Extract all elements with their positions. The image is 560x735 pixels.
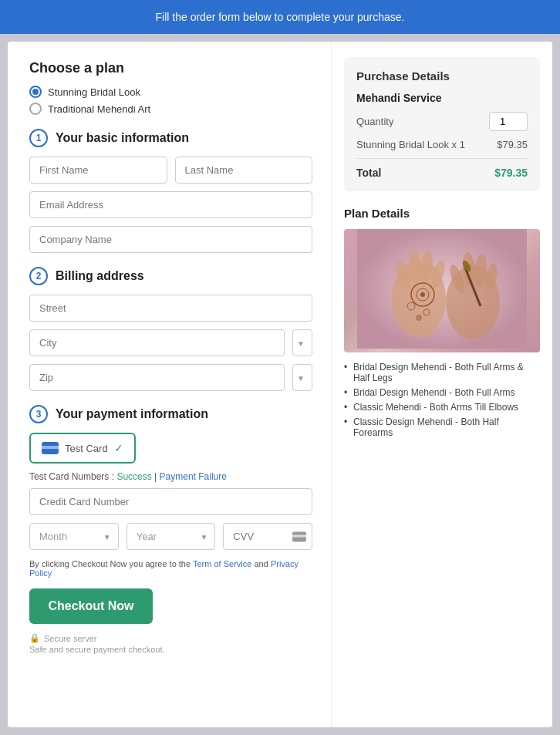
safe-payment-line: Safe and secure payment checkout. [29, 645, 312, 654]
test-card-info: Test Card Numbers : Success | Payment Fa… [29, 471, 312, 482]
plan-features: Bridal Design Mehendi - Both Full Arms &… [344, 362, 540, 438]
credit-card-input[interactable] [29, 488, 312, 515]
item-label: Stunning Bridal Look x 1 [356, 139, 465, 150]
quantity-row: Quantity [356, 112, 528, 131]
credit-card-row [29, 488, 312, 515]
checkout-button[interactable]: Checkout Now [29, 588, 153, 624]
choose-plan-title: Choose a plan [29, 60, 312, 76]
total-row: Total $79.35 [356, 167, 528, 179]
card-icon [42, 442, 59, 454]
terms-of-service-link[interactable]: Term of Service [193, 559, 251, 568]
month-select[interactable]: Month 010203 040506 070809 101112 [29, 523, 119, 550]
step1-header: 1 Your basic information [29, 129, 312, 147]
failure-link[interactable]: Payment Failure [160, 471, 227, 482]
email-input[interactable] [29, 191, 312, 218]
last-name-input[interactable] [175, 157, 313, 184]
plan-option-bridal[interactable]: Stunning Bridal Look [29, 86, 312, 98]
purchase-box: Purchase Details Mehandi Service Quantit… [344, 57, 540, 191]
year-select[interactable]: Year 202420252026 202720282029 [127, 523, 216, 550]
secure-info: 🔒 Secure server Safe and secure payment … [29, 633, 312, 654]
state-wrapper: - [292, 364, 312, 391]
month-wrapper: Month 010203 040506 070809 101112 [29, 523, 119, 550]
cvv-wrapper [223, 523, 312, 550]
card-button-label: Test Card [65, 443, 108, 454]
terms-middle: and [254, 559, 268, 568]
radio-traditional[interactable] [29, 103, 42, 115]
city-input[interactable] [29, 329, 285, 356]
total-label: Total [356, 167, 381, 179]
step2-label: Billing address [56, 269, 144, 283]
quantity-input[interactable] [489, 112, 528, 131]
name-row [29, 157, 312, 184]
right-panel: Purchase Details Mehandi Service Quantit… [332, 42, 552, 727]
top-banner: Fill the order form below to complete yo… [0, 0, 560, 34]
step2-circle: 2 [29, 267, 48, 285]
zip-state-row: - [29, 364, 312, 391]
safe-payment-label: Safe and secure payment checkout. [29, 645, 165, 654]
plan-details-title: Plan Details [344, 207, 540, 220]
plan-image [344, 229, 540, 352]
check-icon: ✓ [114, 442, 123, 454]
state-select[interactable]: - [292, 364, 312, 391]
feature-1: Bridal Design Mehendi - Both Full Arms &… [344, 362, 540, 383]
svg-point-18 [416, 315, 422, 321]
feature-2: Bridal Design Mehendi - Both Full Arms [344, 387, 540, 398]
step3-label: Your payment information [56, 407, 208, 421]
radio-bridal[interactable] [29, 86, 42, 98]
price-row: Stunning Bridal Look x 1 $79.35 [356, 139, 528, 159]
secure-server-label: Secure server [44, 634, 96, 643]
lock-icon: 🔒 [29, 633, 40, 643]
zip-input[interactable] [29, 364, 285, 391]
step1-label: Your basic information [56, 131, 189, 145]
test-card-label: Test Card Numbers : [29, 471, 114, 482]
feature-4: Classic Design Mehendi - Both Half Forea… [344, 416, 540, 438]
year-wrapper: Year 202420252026 202720282029 [127, 523, 216, 550]
country-select[interactable]: Country [292, 329, 312, 356]
total-amount: $79.35 [494, 167, 528, 179]
feature-3: Classic Mehendi - Both Arms Till Elbows [344, 402, 540, 413]
svg-point-13 [420, 292, 425, 297]
banner-text: Fill the order form below to complete yo… [156, 11, 405, 23]
terms-text: By clicking Checkout Now you agree to th… [29, 559, 312, 578]
country-wrapper: Country [292, 329, 312, 356]
mehendi-illustration [357, 229, 527, 349]
first-name-input[interactable] [29, 157, 167, 184]
purchase-title: Purchase Details [356, 69, 528, 83]
terms-before: By clicking Checkout Now you agree to th… [29, 559, 191, 568]
quantity-label: Quantity [356, 116, 393, 127]
plan-traditional-label: Traditional Mehendi Art [48, 103, 150, 115]
company-row [29, 226, 312, 253]
secure-server-line: 🔒 Secure server [29, 633, 312, 643]
plan-bridal-label: Stunning Bridal Look [48, 86, 140, 98]
city-country-row: Country [29, 329, 312, 356]
step3-circle: 3 [29, 405, 48, 423]
company-input[interactable] [29, 226, 312, 253]
step1-circle: 1 [29, 129, 48, 147]
email-row [29, 191, 312, 218]
card-button[interactable]: Test Card ✓ [29, 433, 136, 464]
step2-header: 2 Billing address [29, 267, 312, 285]
item-price: $79.35 [497, 139, 528, 150]
service-name: Mehandi Service [356, 92, 528, 104]
left-panel: Choose a plan Stunning Bridal Look Tradi… [8, 42, 332, 727]
street-input[interactable] [29, 295, 312, 322]
step3-header: 3 Your payment information [29, 405, 312, 423]
street-row [29, 295, 312, 322]
plan-option-traditional[interactable]: Traditional Mehendi Art [29, 103, 312, 115]
main-container: Choose a plan Stunning Bridal Look Tradi… [8, 42, 552, 727]
success-link[interactable]: Success [116, 471, 151, 482]
cvv-card-icon [292, 531, 306, 541]
month-year-cvv-row: Month 010203 040506 070809 101112 Year 2… [29, 523, 312, 550]
